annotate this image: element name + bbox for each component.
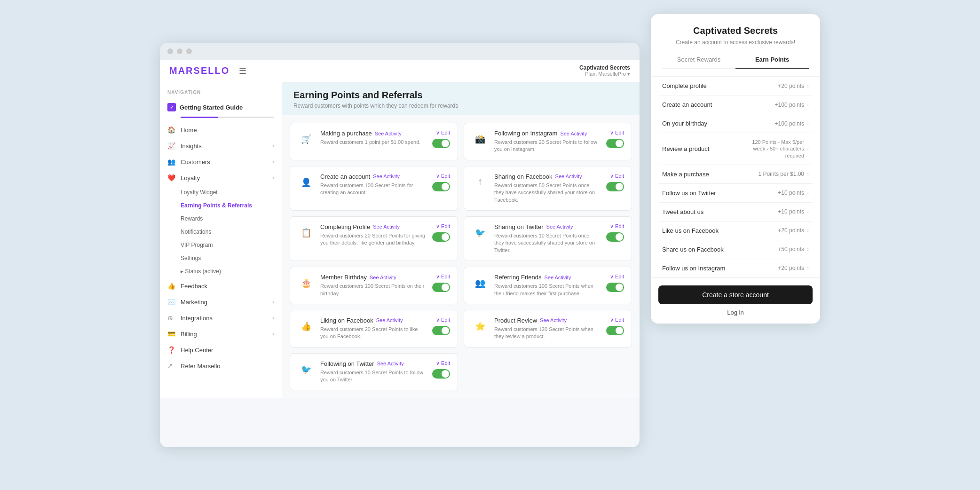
widget-earn-row[interactable]: Tweet about us +10 points › (658, 203, 813, 221)
home-icon: 🏠 (167, 126, 176, 134)
activity-toggle[interactable] (606, 232, 624, 242)
sidebar-item-feedback[interactable]: 👍 Feedback (160, 278, 282, 294)
activity-see-link[interactable]: See Activity (376, 317, 403, 323)
sidebar-item-billing[interactable]: 💳 Billing › (160, 326, 282, 342)
activity-edit-button[interactable]: ∨ Edit (436, 317, 450, 323)
activity-toggle[interactable] (432, 369, 450, 379)
browser-dot-yellow (177, 48, 182, 54)
sidebar-sub-settings[interactable]: Settings (160, 252, 282, 265)
activity-see-link[interactable]: See Activity (375, 131, 402, 136)
nav-label: NAVIGATION (160, 90, 282, 99)
activity-desc: Reward customers 20 Secret Points to fol… (494, 139, 601, 153)
activity-edit-button[interactable]: ∨ Edit (436, 223, 450, 229)
activity-name: Sharing on Facebook See Activity (494, 173, 601, 180)
widget-tab-secret-rewards[interactable]: Secret Rewards (662, 51, 735, 69)
activity-toggle[interactable] (432, 139, 450, 148)
activity-card: 🐦 Sharing on Twitter See Activity Reward… (464, 216, 632, 261)
activity-edit-button[interactable]: ∨ Edit (610, 173, 624, 179)
create-store-account-button[interactable]: Create a store account (658, 285, 813, 304)
activity-name: Referring Friends See Activity (494, 274, 601, 281)
activity-edit-button[interactable]: ∨ Edit (610, 274, 624, 280)
activity-controls: ∨ Edit (606, 223, 624, 242)
activity-see-link[interactable]: See Activity (560, 131, 587, 136)
activity-edit-button[interactable]: ∨ Edit (610, 130, 624, 136)
widget-earn-row[interactable]: Make a purchase 1 Points per $1.00 › (658, 165, 813, 184)
hamburger-icon[interactable]: ☰ (239, 66, 246, 76)
activity-see-link[interactable]: See Activity (555, 174, 582, 179)
widget-row-label: Make a purchase (662, 171, 709, 178)
top-bar: MARSELLO ☰ Captivated Secrets Plan: Mars… (160, 60, 640, 82)
sidebar-sub-earning-points[interactable]: Earning Points & Referrals (160, 199, 282, 212)
sidebar-sub-rewards[interactable]: Rewards (160, 212, 282, 225)
activity-edit-button[interactable]: ∨ Edit (436, 274, 450, 280)
browser-bar (160, 43, 640, 60)
plan-label[interactable]: Plan: MarselloPro ▾ (579, 71, 630, 77)
sidebar-item-help[interactable]: ❓ Help Center (160, 342, 282, 358)
sidebar-item-home[interactable]: 🏠 Home (160, 122, 282, 138)
billing-chevron-icon: › (273, 332, 274, 337)
activity-toggle[interactable] (606, 283, 624, 292)
activity-see-link[interactable]: See Activity (546, 224, 573, 229)
sidebar-item-insights[interactable]: 📈 Insights › (160, 138, 282, 154)
loyalty-chevron-icon: › (273, 175, 274, 181)
sidebar-sub-notifications[interactable]: Notifications (160, 225, 282, 238)
activity-desc: Reward customers 50 Secret Points once t… (494, 182, 601, 204)
login-link[interactable]: Log in (658, 309, 813, 316)
sidebar-sub-vip-program[interactable]: VIP Program (160, 238, 282, 252)
sidebar-item-marketing[interactable]: ✉️ Marketing › (160, 294, 282, 310)
sidebar-item-customers[interactable]: 👥 Customers › (160, 154, 282, 170)
activity-toggle[interactable] (432, 283, 450, 292)
widget-earn-row[interactable]: Create an account +100 points › (658, 95, 813, 114)
sidebar-item-loyalty-label: Loyalty (181, 174, 200, 182)
help-icon: ❓ (167, 346, 176, 354)
widget-row-label: Create an account (662, 101, 712, 108)
sidebar-item-getting-started[interactable]: ✓ Getting Started Guide (160, 99, 282, 116)
activity-see-link[interactable]: See Activity (370, 275, 396, 280)
activity-card: 📋 Completing Profile See Activity Reward… (290, 216, 458, 261)
widget-earn-list: Complete profile +20 points › Create an … (651, 77, 820, 277)
activity-info: Completing Profile See Activity Reward c… (320, 223, 427, 247)
widget-earn-row[interactable]: Review a product 120 Points - Max 5/perw… (658, 133, 813, 165)
activity-see-link[interactable]: See Activity (373, 174, 400, 179)
activity-edit-button[interactable]: ∨ Edit (610, 223, 624, 229)
activity-controls: ∨ Edit (432, 223, 450, 242)
main-area: NAVIGATION ✓ Getting Started Guide 🏠 Hom… (160, 82, 640, 398)
activity-controls: ∨ Edit (606, 317, 624, 335)
activity-see-link[interactable]: See Activity (377, 361, 404, 366)
activity-toggle[interactable] (606, 326, 624, 335)
sidebar-sub-status[interactable]: ▸ Status (active) (160, 265, 282, 278)
widget-earn-row[interactable]: Share us on Facebook +50 points › (658, 240, 813, 259)
activity-edit-button[interactable]: ∨ Edit (436, 130, 450, 136)
sidebar-item-loyalty[interactable]: ❤️ Loyalty › (160, 170, 282, 186)
widget-tab-earn-points[interactable]: Earn Points (735, 51, 809, 69)
activity-see-link[interactable]: See Activity (373, 224, 400, 229)
sidebar-item-help-label: Help Center (181, 347, 213, 354)
activity-see-link[interactable]: See Activity (544, 275, 571, 280)
widget-earn-row[interactable]: On your birthday +100 points › (658, 114, 813, 133)
loyalty-icon: ❤️ (167, 174, 176, 182)
activity-edit-button[interactable]: ∨ Edit (436, 173, 450, 179)
activity-controls: ∨ Edit (432, 317, 450, 335)
activity-toggle[interactable] (606, 182, 624, 191)
app-layout: MARSELLO ☰ Captivated Secrets Plan: Mars… (160, 60, 640, 398)
widget-earn-row[interactable]: Follow us on Instagram +20 points › (658, 259, 813, 277)
activity-edit-button[interactable]: ∨ Edit (610, 317, 624, 323)
activity-controls: ∨ Edit (432, 130, 450, 148)
top-bar-left: MARSELLO ☰ (169, 65, 246, 76)
activity-toggle[interactable] (432, 182, 450, 191)
sidebar-sub-loyalty-widget[interactable]: Loyalty Widget (160, 186, 282, 199)
activity-edit-button[interactable]: ∨ Edit (436, 360, 450, 366)
activity-info: Sharing on Twitter See Activity Reward c… (494, 223, 601, 254)
widget-earn-row[interactable]: Like us on Facebook +20 points › (658, 221, 813, 240)
widget-earn-row[interactable]: Complete profile +20 points › (658, 77, 813, 95)
widget-earn-row[interactable]: Follow us on Twitter +10 points › (658, 184, 813, 203)
activity-toggle[interactable] (432, 232, 450, 242)
activity-see-link[interactable]: See Activity (540, 317, 567, 323)
sidebar-item-integrations[interactable]: ⊕ Integrations › (160, 310, 282, 326)
activity-info: Product Review See Activity Reward custo… (494, 317, 601, 340)
widget-tagline: Create an account to access exclusive re… (662, 39, 809, 46)
activity-info: Sharing on Facebook See Activity Reward … (494, 173, 601, 204)
activity-toggle[interactable] (606, 139, 624, 148)
activity-toggle[interactable] (432, 326, 450, 335)
sidebar-item-refer[interactable]: ↗ Refer Marsello (160, 358, 282, 374)
